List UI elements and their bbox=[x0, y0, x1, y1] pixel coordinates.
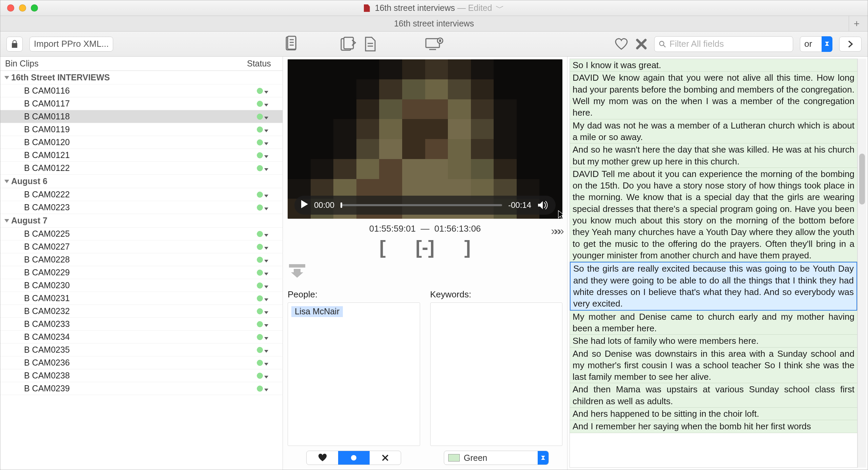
clip-group[interactable]: August 6 bbox=[0, 175, 283, 188]
clip-row[interactable]: B CAM0228 bbox=[0, 253, 283, 266]
keywords-field[interactable] bbox=[430, 302, 563, 446]
transcript-paragraph[interactable]: And hers happened to be sitting in the c… bbox=[570, 408, 857, 420]
transcript-paragraph[interactable]: And I remember her saying when the bomb … bbox=[570, 420, 857, 433]
transcript-paragraph[interactable]: She had lots of family who were members … bbox=[570, 335, 857, 347]
clip-row[interactable]: B CAM0234 bbox=[0, 331, 283, 344]
clip-row[interactable]: B CAM0236 bbox=[0, 356, 283, 369]
row-chevron-icon[interactable] bbox=[264, 242, 268, 252]
row-chevron-icon[interactable] bbox=[264, 112, 268, 121]
clip-row[interactable]: B CAM0238 bbox=[0, 369, 283, 382]
row-chevron-icon[interactable] bbox=[264, 150, 268, 160]
new-tab-button[interactable]: + bbox=[849, 16, 864, 31]
transcript-paragraph[interactable]: So the girls are really excited because … bbox=[570, 262, 857, 310]
rating-segmented-control[interactable] bbox=[306, 451, 401, 465]
rating-favorite[interactable] bbox=[307, 451, 338, 465]
transcript-paragraph[interactable]: And so Denise was downstairs in this are… bbox=[570, 348, 857, 384]
clip-row[interactable]: B CAM0235 bbox=[0, 344, 283, 356]
row-chevron-icon[interactable] bbox=[264, 202, 268, 212]
document-icon-btn[interactable] bbox=[364, 36, 377, 52]
import-button[interactable]: Import PPro XML... bbox=[29, 37, 113, 52]
fast-forward-icon[interactable] bbox=[551, 224, 561, 237]
filter-logic-select[interactable]: or bbox=[800, 36, 832, 52]
search-field[interactable] bbox=[669, 39, 789, 49]
transcript-paragraph[interactable]: My mother and Denise came to church earl… bbox=[570, 311, 857, 335]
clip-row[interactable]: B CAM0232 bbox=[0, 305, 283, 318]
clip-row[interactable]: B CAM0222 bbox=[0, 188, 283, 201]
clip-group[interactable]: 16th Street INTERVIEWS bbox=[0, 71, 283, 84]
play-button[interactable] bbox=[301, 200, 308, 210]
row-chevron-icon[interactable] bbox=[264, 268, 268, 277]
search-input[interactable] bbox=[654, 36, 793, 52]
row-chevron-icon[interactable] bbox=[264, 319, 268, 329]
clip-row[interactable]: B CAM0118 bbox=[0, 110, 283, 123]
rating-reject[interactable] bbox=[370, 451, 401, 465]
copy-export-icon[interactable] bbox=[340, 36, 357, 52]
clip-row[interactable]: B CAM0239 bbox=[0, 382, 283, 395]
tab-active[interactable]: 16th street interviews bbox=[0, 19, 868, 28]
circle-icon bbox=[350, 454, 357, 462]
row-chevron-icon[interactable] bbox=[264, 124, 268, 134]
clip-row[interactable]: B CAM0227 bbox=[0, 240, 283, 253]
row-chevron-icon[interactable] bbox=[264, 137, 268, 147]
transcript-paragraph[interactable]: DAVID Tell me about it you can experienc… bbox=[570, 168, 857, 262]
people-field[interactable]: Lisa McNair bbox=[288, 302, 420, 446]
row-chevron-icon[interactable] bbox=[264, 99, 268, 109]
row-chevron-icon[interactable] bbox=[264, 86, 268, 96]
clip-row[interactable]: B CAM0120 bbox=[0, 136, 283, 149]
row-chevron-icon[interactable] bbox=[264, 190, 268, 199]
clip-row[interactable]: B CAM0116 bbox=[0, 84, 283, 97]
transcript-paragraph[interactable]: DAVID We know again that you were not al… bbox=[570, 72, 857, 119]
volume-icon[interactable] bbox=[537, 200, 549, 210]
clip-row[interactable]: B CAM0121 bbox=[0, 149, 283, 162]
clip-row[interactable]: B CAM0231 bbox=[0, 292, 283, 305]
row-chevron-icon[interactable] bbox=[264, 358, 268, 368]
mark-out-button[interactable]: ] bbox=[464, 236, 471, 258]
row-chevron-icon[interactable] bbox=[264, 163, 268, 173]
transcribe-icon[interactable] bbox=[425, 37, 443, 52]
clip-row[interactable]: B CAM0119 bbox=[0, 123, 283, 136]
clip-row[interactable]: B CAM0225 bbox=[0, 228, 283, 240]
mark-clip-button[interactable]: [-] bbox=[416, 236, 435, 258]
person-tag[interactable]: Lisa McNair bbox=[291, 306, 343, 317]
scrollbar[interactable] bbox=[857, 59, 866, 468]
mark-in-button[interactable]: [ bbox=[379, 236, 386, 258]
row-chevron-icon[interactable] bbox=[264, 384, 268, 393]
row-chevron-icon[interactable] bbox=[264, 293, 268, 303]
next-button[interactable] bbox=[839, 37, 862, 52]
rating-neutral[interactable] bbox=[338, 451, 370, 465]
scrub-bar[interactable] bbox=[340, 204, 502, 206]
reject-x-icon[interactable] bbox=[635, 38, 647, 50]
row-chevron-icon[interactable] bbox=[264, 280, 268, 290]
clip-row[interactable]: B CAM0233 bbox=[0, 318, 283, 331]
clip-row[interactable]: B CAM0122 bbox=[0, 162, 283, 175]
row-chevron-icon[interactable] bbox=[264, 255, 268, 265]
clip-row[interactable]: B CAM0117 bbox=[0, 97, 283, 110]
row-chevron-icon[interactable] bbox=[264, 371, 268, 380]
color-value: Green bbox=[464, 453, 487, 463]
favorite-heart-icon[interactable] bbox=[614, 38, 628, 51]
clip-tree[interactable]: 16th Street INTERVIEWSB CAM0116B CAM0117… bbox=[0, 71, 283, 470]
clip-row[interactable]: B CAM0230 bbox=[0, 279, 283, 292]
scrollbar-thumb[interactable] bbox=[859, 154, 865, 204]
transcript-paragraph[interactable]: And so he wasn't here the day that she w… bbox=[570, 143, 857, 168]
scrub-knob[interactable] bbox=[340, 202, 342, 208]
toolbar: Import PPro XML... or bbox=[0, 32, 868, 57]
transcript-paragraph[interactable]: So I know it was great. bbox=[570, 59, 857, 72]
insert-down-icon[interactable] bbox=[288, 263, 562, 279]
clip-group[interactable]: August 7 bbox=[0, 214, 283, 228]
title-chevron-icon[interactable]: ﹀ bbox=[496, 3, 504, 13]
row-chevron-icon[interactable] bbox=[264, 345, 268, 355]
video-preview[interactable]: 00:00 -00:14 bbox=[288, 59, 562, 219]
row-chevron-icon[interactable] bbox=[264, 332, 268, 342]
transcript-paragraph[interactable]: And then Mama was upstairs at various Su… bbox=[570, 383, 857, 408]
clip-row[interactable]: B CAM0223 bbox=[0, 201, 283, 214]
transcript-paragraph[interactable]: My dad was not he was a member of a Luth… bbox=[570, 119, 857, 144]
clip-label: B CAM0231 bbox=[24, 293, 257, 303]
row-chevron-icon[interactable] bbox=[264, 229, 268, 239]
color-select[interactable]: Green bbox=[444, 451, 549, 465]
row-chevron-icon[interactable] bbox=[264, 306, 268, 316]
lock-button[interactable] bbox=[6, 37, 23, 52]
clip-row[interactable]: B CAM0229 bbox=[0, 266, 283, 279]
clipboard-icon[interactable] bbox=[284, 36, 299, 53]
transcript[interactable]: So I know it was great.DAVID We know aga… bbox=[570, 59, 857, 468]
